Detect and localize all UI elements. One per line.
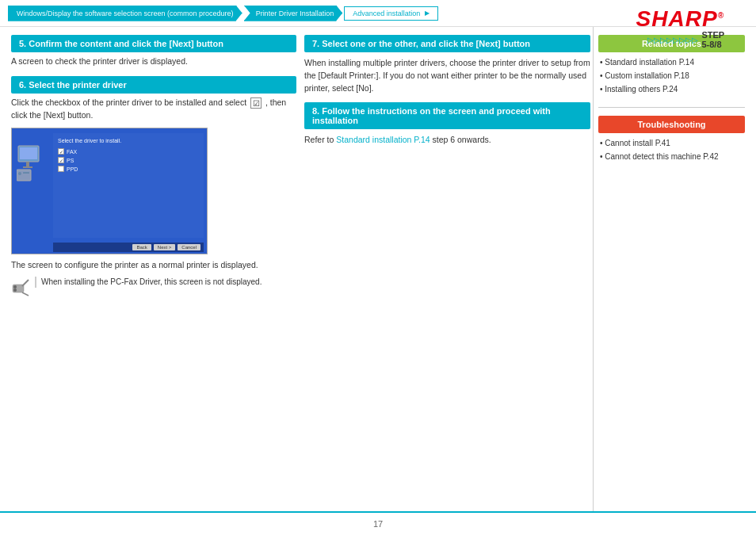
left-column: 5. Confirm the content and click the [Ne…	[11, 35, 296, 503]
nav-step-1[interactable]: Windows/Display the software selection s…	[8, 6, 242, 21]
middle-column: 7. Select one or the other, and click th…	[304, 35, 590, 503]
screen-caption: The screen to configure the printer as a…	[11, 259, 296, 272]
page-number: 17	[373, 519, 383, 529]
trouble-item-2[interactable]: Cannot detect this machine P.42	[600, 150, 743, 163]
section-6-checkbox: ☑	[250, 97, 262, 109]
screenshot-label-ppd: PPD	[67, 166, 78, 172]
troubleshooting-header: Troubleshooting	[598, 116, 745, 133]
related-item-2[interactable]: Custom installation P.18	[600, 69, 743, 82]
svg-point-9	[13, 289, 17, 292]
section-5-body: A screen to check the printer driver is …	[11, 55, 296, 68]
screenshot-image: Select the driver to install. ✓ FAX ✓ PS	[11, 128, 208, 254]
checkbox-ppd	[58, 166, 64, 172]
section-5-header: 5. Confirm the content and click the [Ne…	[11, 35, 296, 52]
troubleshooting-list: Cannot install P.41 Cannot detect this m…	[598, 133, 745, 166]
btn-next: Next >	[154, 244, 176, 250]
svg-rect-4	[17, 170, 31, 181]
screenshot-content: Select the driver to install. ✓ FAX ✓ PS	[53, 133, 204, 238]
section-6-header: 6. Select the printer driver	[11, 76, 296, 94]
note-box: When installing the PC-Fax Driver, this …	[11, 277, 296, 297]
section-8-prefix: Refer to	[304, 135, 336, 144]
sharp-logo: SHARP®	[636, 6, 724, 32]
related-item-1[interactable]: Standard installation P.14	[600, 55, 743, 69]
section-6-body-text1: Click the checkbox of the printer driver…	[11, 97, 246, 107]
right-column: Related topics Standard installation P.1…	[598, 35, 745, 503]
section-7: 7. Select one or the other, and click th…	[304, 35, 590, 94]
section-7-header: 7. Select one or the other, and click th…	[304, 35, 590, 52]
main-content: 5. Confirm the content and click the [Ne…	[0, 27, 756, 511]
top-navigation: Windows/Display the software selection s…	[0, 0, 756, 27]
btn-cancel: Cancel	[178, 244, 200, 250]
note-icon	[11, 278, 30, 297]
section-6: 6. Select the printer driver Click the c…	[11, 76, 296, 297]
screenshot-rows: ✓ FAX ✓ PS PPD	[58, 148, 199, 172]
computer-icon	[17, 144, 48, 184]
section-5: 5. Confirm the content and click the [Ne…	[11, 35, 296, 68]
related-topics-list: Standard installation P.14 Custom instal…	[598, 52, 745, 99]
section-7-body: When installing multiple printer drivers…	[304, 57, 590, 94]
screenshot-label-ps: PS	[67, 158, 74, 163]
page-footer: 17	[0, 511, 756, 535]
screenshot-row-1: ✓ FAX	[58, 148, 199, 155]
section-8-suffix: step 6 onwards.	[430, 135, 491, 144]
nav-step-3[interactable]: Advanced installation	[344, 6, 438, 21]
vertical-divider	[593, 27, 594, 511]
screenshot-row-3: PPD	[58, 166, 199, 172]
svg-rect-6	[23, 172, 29, 174]
trouble-item-1[interactable]: Cannot install P.41	[600, 136, 743, 150]
step-arrows: ▷▷▷▷▷▷▷▷	[647, 36, 698, 44]
btn-back: Back	[132, 244, 151, 250]
svg-point-8	[13, 285, 17, 289]
screenshot-row-2: ✓ PS	[58, 157, 199, 163]
screenshot-label-fax: FAX	[67, 149, 77, 155]
section-8: 8. Follow the instructions on the screen…	[304, 102, 590, 147]
related-item-3[interactable]: Installing others P.24	[600, 82, 743, 96]
right-divider	[598, 107, 745, 108]
section-8-link[interactable]: Standard installation P.14	[336, 135, 430, 144]
checkbox-fax: ✓	[58, 148, 64, 155]
section-8-body: Refer to Standard installation P.14 step…	[304, 134, 590, 147]
sharp-logo-text: SHARP	[636, 6, 718, 31]
sharp-registered: ®	[718, 11, 724, 20]
troubleshooting-section: Troubleshooting Cannot install P.41 Cann…	[598, 116, 745, 166]
section-6-body: Click the checkbox of the printer driver…	[11, 97, 296, 122]
step-indicator: ▷▷▷▷▷▷▷▷ STEP 5-8/8	[647, 30, 724, 49]
svg-rect-2	[26, 162, 29, 166]
svg-rect-3	[23, 166, 32, 168]
note-text: When installing the PC-Fax Driver, this …	[35, 277, 262, 288]
svg-rect-1	[20, 147, 37, 159]
screenshot-title: Select the driver to install.	[58, 138, 199, 143]
nav-steps: Windows/Display the software selection s…	[8, 6, 440, 21]
svg-line-10	[22, 280, 29, 286]
section-8-header: 8. Follow the instructions on the screen…	[304, 102, 590, 129]
screenshot-footer: Back Next > Cancel	[53, 243, 204, 252]
nav-step-2[interactable]: Printer Driver Installation	[244, 6, 343, 21]
svg-line-11	[22, 292, 29, 296]
svg-point-5	[18, 172, 21, 175]
step-text: STEP 5-8/8	[701, 30, 724, 49]
checkbox-ps: ✓	[58, 157, 64, 163]
